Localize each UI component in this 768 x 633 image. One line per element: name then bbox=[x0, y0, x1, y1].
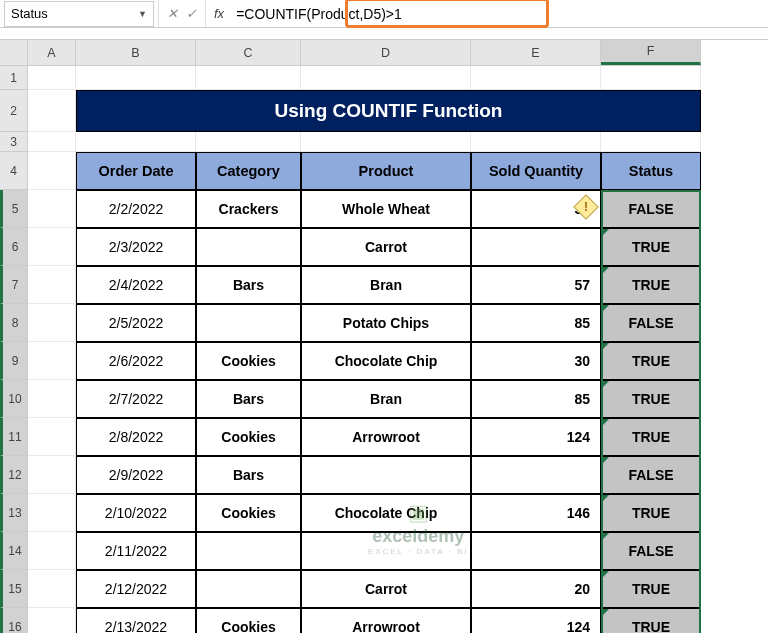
cancel-icon[interactable]: ✕ bbox=[167, 6, 178, 21]
cell-status[interactable]: TRUE bbox=[601, 380, 701, 418]
row-header[interactable]: 6 bbox=[0, 228, 28, 266]
cell-qty[interactable]: 20 bbox=[471, 570, 601, 608]
cell-qty[interactable] bbox=[471, 228, 601, 266]
cell[interactable] bbox=[28, 304, 76, 342]
cell-status[interactable]: FALSE bbox=[601, 190, 701, 228]
cell-qty[interactable]: 85 bbox=[471, 304, 601, 342]
fx-icon[interactable]: fx bbox=[206, 6, 232, 21]
cell-category[interactable]: Cookies bbox=[196, 608, 301, 633]
cell[interactable] bbox=[28, 456, 76, 494]
row-header[interactable]: 16 bbox=[0, 608, 28, 633]
header-product[interactable]: Product bbox=[301, 152, 471, 190]
cell-status[interactable]: FALSE bbox=[601, 304, 701, 342]
row-header[interactable]: 7 bbox=[0, 266, 28, 304]
cell-date[interactable]: 2/10/2022 bbox=[76, 494, 196, 532]
cell[interactable] bbox=[28, 228, 76, 266]
cell[interactable] bbox=[196, 66, 301, 90]
cell-date[interactable]: 2/5/2022 bbox=[76, 304, 196, 342]
cell[interactable] bbox=[471, 66, 601, 90]
cell-qty[interactable]: 57 bbox=[471, 266, 601, 304]
row-header[interactable]: 4 bbox=[0, 152, 28, 190]
cell-status[interactable]: TRUE bbox=[601, 228, 701, 266]
row-header[interactable]: 10 bbox=[0, 380, 28, 418]
cell-qty[interactable]: 85 bbox=[471, 380, 601, 418]
header-category[interactable]: Category bbox=[196, 152, 301, 190]
row-header[interactable]: 13 bbox=[0, 494, 28, 532]
header-status[interactable]: Status bbox=[601, 152, 701, 190]
cell-category[interactable]: Cookies bbox=[196, 342, 301, 380]
cell-category[interactable] bbox=[196, 532, 301, 570]
cell-category[interactable] bbox=[196, 228, 301, 266]
name-box[interactable]: Status ▼ bbox=[4, 1, 154, 27]
header-sold-qty[interactable]: Sold Quantity bbox=[471, 152, 601, 190]
row-header[interactable]: 12 bbox=[0, 456, 28, 494]
cell-qty[interactable]: 30 bbox=[471, 342, 601, 380]
cell-product[interactable]: Arrowroot bbox=[301, 418, 471, 456]
formula-input[interactable] bbox=[232, 1, 768, 27]
cell[interactable] bbox=[28, 494, 76, 532]
header-order-date[interactable]: Order Date bbox=[76, 152, 196, 190]
cell-date[interactable]: 2/3/2022 bbox=[76, 228, 196, 266]
cell-category[interactable]: Bars bbox=[196, 380, 301, 418]
cell-product[interactable]: Carrot bbox=[301, 570, 471, 608]
cell-product[interactable] bbox=[301, 456, 471, 494]
cell[interactable] bbox=[28, 266, 76, 304]
cell-qty[interactable] bbox=[471, 532, 601, 570]
row-header[interactable]: 8 bbox=[0, 304, 28, 342]
cell-status[interactable]: TRUE bbox=[601, 570, 701, 608]
cell[interactable] bbox=[196, 132, 301, 152]
cell-product[interactable]: Chocolate Chip bbox=[301, 494, 471, 532]
cell-qty[interactable]: 146 bbox=[471, 494, 601, 532]
cell-product[interactable]: Whole Wheat bbox=[301, 190, 471, 228]
cell-status[interactable]: TRUE bbox=[601, 342, 701, 380]
cell-status[interactable]: FALSE bbox=[601, 456, 701, 494]
col-header[interactable]: B bbox=[76, 40, 196, 65]
cell-date[interactable]: 2/11/2022 bbox=[76, 532, 196, 570]
cell-status[interactable]: TRUE bbox=[601, 418, 701, 456]
cell[interactable] bbox=[601, 132, 701, 152]
select-all[interactable] bbox=[0, 40, 28, 66]
cell-qty[interactable]: 124 bbox=[471, 418, 601, 456]
cell-category[interactable]: Crackers bbox=[196, 190, 301, 228]
cell-date[interactable]: 2/7/2022 bbox=[76, 380, 196, 418]
cell-status[interactable]: FALSE bbox=[601, 532, 701, 570]
cell[interactable] bbox=[471, 132, 601, 152]
cell-product[interactable]: Bran bbox=[301, 380, 471, 418]
col-header[interactable]: C bbox=[196, 40, 301, 65]
row-header[interactable]: 5 bbox=[0, 190, 28, 228]
cell[interactable] bbox=[301, 66, 471, 90]
cell-date[interactable]: 2/2/2022 bbox=[76, 190, 196, 228]
cell[interactable] bbox=[28, 90, 76, 132]
cell[interactable] bbox=[76, 66, 196, 90]
cell[interactable] bbox=[28, 570, 76, 608]
cell-product[interactable]: Chocolate Chip bbox=[301, 342, 471, 380]
cell[interactable] bbox=[28, 608, 76, 633]
row-header[interactable]: 14 bbox=[0, 532, 28, 570]
cell[interactable] bbox=[301, 132, 471, 152]
cell-date[interactable]: 2/6/2022 bbox=[76, 342, 196, 380]
cell[interactable] bbox=[28, 418, 76, 456]
cell-product[interactable]: Carrot bbox=[301, 228, 471, 266]
cell-date[interactable]: 2/8/2022 bbox=[76, 418, 196, 456]
cell-category[interactable]: Cookies bbox=[196, 494, 301, 532]
row-header[interactable]: 11 bbox=[0, 418, 28, 456]
cell-product[interactable]: Potato Chips bbox=[301, 304, 471, 342]
row-header[interactable]: 2 bbox=[0, 90, 28, 132]
cell[interactable] bbox=[28, 190, 76, 228]
cell[interactable] bbox=[28, 380, 76, 418]
cell[interactable] bbox=[28, 152, 76, 190]
cell-date[interactable]: 2/13/2022 bbox=[76, 608, 196, 633]
row-header[interactable]: 15 bbox=[0, 570, 28, 608]
cell-category[interactable]: Bars bbox=[196, 456, 301, 494]
col-header[interactable]: D bbox=[301, 40, 471, 65]
cell[interactable] bbox=[28, 132, 76, 152]
dropdown-icon[interactable]: ▼ bbox=[138, 9, 147, 19]
row-header[interactable]: 9 bbox=[0, 342, 28, 380]
cell-date[interactable]: 2/12/2022 bbox=[76, 570, 196, 608]
title-cell[interactable]: Using COUNTIF Function bbox=[76, 90, 701, 132]
row-header[interactable]: 3 bbox=[0, 132, 28, 152]
cell-status[interactable]: TRUE bbox=[601, 266, 701, 304]
cell-product[interactable]: Arrowroot bbox=[301, 608, 471, 633]
cell-date[interactable]: 2/4/2022 bbox=[76, 266, 196, 304]
cell[interactable] bbox=[601, 66, 701, 90]
